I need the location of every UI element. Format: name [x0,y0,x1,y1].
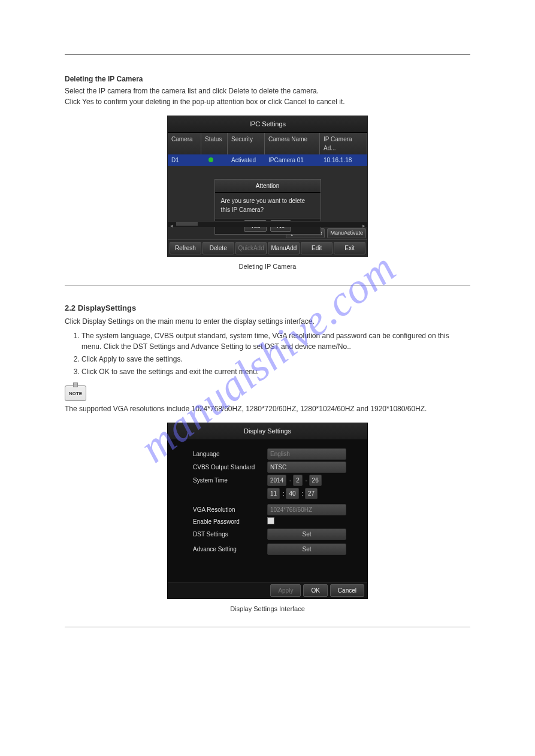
cell-ip: 10.16.1.18 [320,154,367,166]
cancel-button[interactable]: Cancel [330,584,364,597]
cell-camera: D1 [168,154,201,166]
display-settings-screenshot: Display Settings Language English CVBS O… [167,423,368,599]
header-ip: IP Camera Ad... [320,133,367,154]
edit-button[interactable]: Edit [301,242,333,254]
status-ok-icon [208,157,213,162]
caption-deleting: Deleting IP Camera [65,262,470,272]
language-select[interactable]: English [267,448,346,460]
label-dst: DST Settings [193,530,267,539]
date-sep-1: - [288,477,293,484]
label-system-time: System Time [193,476,267,485]
scroll-left-icon[interactable]: ◂ [169,222,174,227]
list-item-2: Click Apply to save the settings. [81,354,470,365]
cvbs-select[interactable]: NTSC [267,462,346,473]
display-steps-list: The system language, CVBS output standar… [65,330,470,377]
label-cvbs: CVBS Output Standard [193,463,267,472]
label-vga: VGA Resolution [193,505,267,514]
scrollbar-thumb[interactable] [176,222,198,226]
cell-security: Activated [228,154,265,166]
header-status: Status [201,133,228,154]
section-rule-2 [65,627,470,627]
refresh-button[interactable]: Refresh [170,242,201,254]
header-camera: Camera [168,133,201,154]
top-rule [65,54,470,54]
ipc-settings-screenshot: IPC Settings Camera Status Security Came… [167,116,368,257]
paragraph-delete-intro: Select the IP camera from the camera lis… [65,86,470,96]
label-language: Language [193,450,267,459]
caption-display: Display Settings Interface [65,604,470,614]
exit-button[interactable]: Exit [334,242,365,254]
minute-spinner[interactable]: 40 [286,488,298,499]
cell-status [201,154,228,166]
advance-set-button[interactable]: Set [267,544,346,555]
note-icon: NOTE [65,385,86,401]
paragraph-delete-confirm: Click Yes to confirm your deleting in th… [65,96,470,107]
scroll-right-icon[interactable]: ▸ [361,222,366,227]
paragraph-vga-resolutions: The supported VGA resolutions include 10… [65,403,470,414]
ipc-table-row[interactable]: D1 Activated IPCamera 01 10.16.1.18 [168,154,367,166]
display-form: Language English CVBS Output Standard NT… [168,439,367,582]
second-spinner[interactable]: 27 [305,488,318,499]
vga-select[interactable]: 1024*768/60HZ [267,504,346,515]
display-footer: Apply OK Cancel [168,582,367,599]
header-security: Security [228,133,265,154]
cell-camera-name: IPCamera 01 [265,154,320,166]
dst-set-button[interactable]: Set [267,529,346,540]
ipc-table-body: Attention Are you sure you want to delet… [168,166,367,221]
heading-deleting: Deleting the IP Camera [65,74,470,84]
list-item-3: Click OK to save the settings and exit t… [81,366,470,377]
paragraph-display-intro: Click Display Settings on the main menu … [65,316,470,327]
display-titlebar: Display Settings [168,423,367,439]
ok-button[interactable]: OK [303,584,327,597]
day-spinner[interactable]: 26 [309,475,322,486]
quickadd-button[interactable]: QuickAdd [235,242,267,254]
date-sep-2: - [304,477,309,484]
dialog-message: Are you sure you want to delete this IP … [215,193,321,218]
header-camera-name: Camera Name [265,133,320,154]
year-spinner[interactable]: 2014 [267,475,286,486]
enable-password-checkbox[interactable] [267,517,274,524]
time-sep-1: : [281,490,286,497]
delete-button[interactable]: Delete [202,242,234,254]
label-enable-password: Enable Password [193,517,267,526]
apply-button[interactable]: Apply [270,584,301,597]
horizontal-scrollbar[interactable]: ◂ ▸ [168,221,367,227]
list-item-1: The system language, CVBS output standar… [81,330,470,352]
section-rule-1 [65,285,470,286]
month-spinner[interactable]: 2 [293,475,303,486]
heading-display-settings: 2.2 DisplaySettings [65,302,470,314]
ipc-table-header: Camera Status Security Camera Name IP Ca… [168,133,367,154]
manuadd-button[interactable]: ManuAdd [268,242,300,254]
ipc-titlebar: IPC Settings [168,116,367,133]
hour-spinner[interactable]: 11 [267,488,280,499]
label-advance: Advance Setting [193,545,267,554]
time-sep-2: : [300,490,305,497]
dialog-title: Attention [215,180,321,193]
ipc-button-row: Refresh Delete QuickAdd ManuAdd Edit Exi… [168,239,367,256]
manuactivate-button[interactable]: ManuActivate [327,228,366,239]
